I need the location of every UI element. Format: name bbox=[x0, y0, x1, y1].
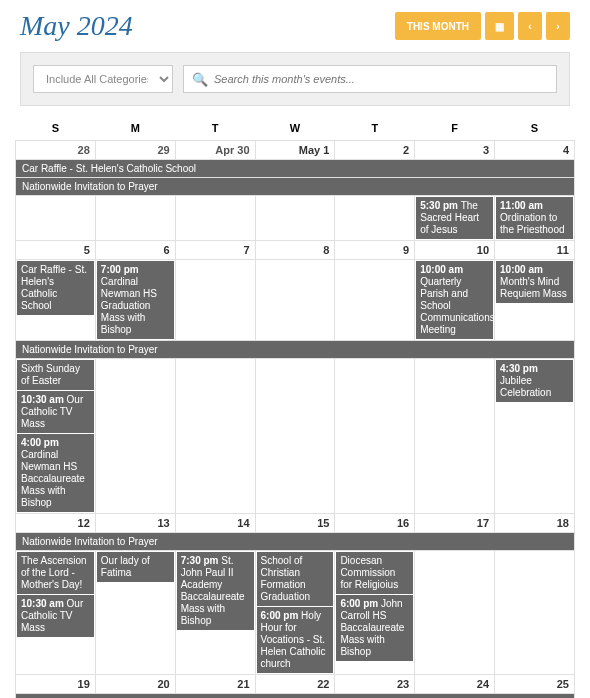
day-number: 6 bbox=[96, 241, 175, 259]
day-cell[interactable]: 14 bbox=[175, 514, 255, 533]
span-cell: Car Raffle - St. Helen's Catholic School bbox=[16, 160, 575, 178]
day-cell[interactable]: 15 bbox=[255, 514, 335, 533]
next-button[interactable]: › bbox=[546, 12, 570, 40]
span-row: Nationwide Invitation to Prayer bbox=[16, 694, 575, 699]
dow-header: T bbox=[175, 116, 255, 141]
events-cell: 10:00 am Quarterly Parish and School Com… bbox=[415, 260, 495, 341]
dow-header: M bbox=[95, 116, 175, 141]
event[interactable]: 10:30 am Our Catholic TV Mass bbox=[17, 391, 94, 433]
day-number: 9 bbox=[335, 241, 414, 259]
category-select[interactable]: Include All Categories bbox=[33, 65, 173, 93]
week-row: 19202122232425 bbox=[16, 675, 575, 694]
span-event[interactable]: Nationwide Invitation to Prayer bbox=[16, 533, 574, 550]
event[interactable]: 11:00 am Ordination to the Priesthood bbox=[496, 197, 573, 239]
day-cell[interactable]: 4 bbox=[495, 141, 575, 160]
event[interactable]: Our lady of Fatima bbox=[97, 552, 174, 582]
events-row: The Ascension of the Lord - Mother's Day… bbox=[16, 551, 575, 675]
event[interactable]: 4:00 pm Cardinal Newman HS Baccalaureate… bbox=[17, 434, 94, 512]
day-number: 13 bbox=[96, 514, 175, 532]
dow-header: F bbox=[415, 116, 495, 141]
events-cell: School of Christian Formation Graduation… bbox=[255, 551, 335, 675]
events-row: Car Raffle - St. Helen's Catholic School… bbox=[16, 260, 575, 341]
events-cell bbox=[335, 260, 415, 341]
event[interactable]: 7:00 pm Cardinal Newman HS Graduation Ma… bbox=[97, 261, 174, 339]
event[interactable]: Diocesan Commission for Religioius bbox=[336, 552, 413, 594]
span-event[interactable]: Nationwide Invitation to Prayer bbox=[16, 178, 574, 195]
day-cell[interactable]: 28 bbox=[16, 141, 96, 160]
event[interactable]: The Ascension of the Lord - Mother's Day… bbox=[17, 552, 94, 594]
event[interactable]: 5:30 pm The Sacred Heart of Jesus bbox=[416, 197, 493, 239]
span-row: Car Raffle - St. Helen's Catholic School bbox=[16, 160, 575, 178]
day-cell[interactable]: 9 bbox=[335, 241, 415, 260]
day-cell[interactable]: 16 bbox=[335, 514, 415, 533]
day-cell[interactable]: 25 bbox=[495, 675, 575, 694]
event[interactable]: School of Christian Formation Graduation bbox=[257, 552, 334, 606]
span-event[interactable]: Car Raffle - St. Helen's Catholic School bbox=[16, 160, 574, 177]
day-cell[interactable]: 22 bbox=[255, 675, 335, 694]
events-cell: Car Raffle - St. Helen's Catholic School bbox=[16, 260, 96, 341]
day-number: 5 bbox=[16, 241, 95, 259]
span-cell: Nationwide Invitation to Prayer bbox=[16, 533, 575, 551]
span-row: Nationwide Invitation to Prayer bbox=[16, 178, 575, 196]
day-cell[interactable]: 12 bbox=[16, 514, 96, 533]
day-cell[interactable]: 18 bbox=[495, 514, 575, 533]
span-event[interactable]: Nationwide Invitation to Prayer bbox=[16, 694, 574, 698]
day-cell[interactable]: 10 bbox=[415, 241, 495, 260]
event[interactable]: Car Raffle - St. Helen's Catholic School bbox=[17, 261, 94, 315]
day-number: 7 bbox=[176, 241, 255, 259]
event[interactable]: 6:00 pm Holy Hour for Vocations - St. He… bbox=[257, 607, 334, 673]
event[interactable]: 6:00 pm John Carroll HS Baccalaureate Ma… bbox=[336, 595, 413, 661]
span-cell: Nationwide Invitation to Prayer bbox=[16, 178, 575, 196]
day-cell[interactable]: 29 bbox=[95, 141, 175, 160]
day-cell[interactable]: 5 bbox=[16, 241, 96, 260]
span-event[interactable]: Nationwide Invitation to Prayer bbox=[16, 341, 574, 358]
event-title: Our lady of Fatima bbox=[101, 555, 150, 578]
day-number: 21 bbox=[176, 675, 255, 693]
event[interactable]: 7:30 pm St. John Paul II Academy Baccala… bbox=[177, 552, 254, 630]
day-cell[interactable]: 21 bbox=[175, 675, 255, 694]
search-input[interactable] bbox=[214, 67, 548, 91]
dow-header: S bbox=[495, 116, 575, 141]
day-cell[interactable]: 8 bbox=[255, 241, 335, 260]
events-cell bbox=[255, 196, 335, 241]
page-title: May 2024 bbox=[20, 10, 133, 42]
event-time: 11:00 am bbox=[500, 200, 543, 211]
day-cell[interactable]: 17 bbox=[415, 514, 495, 533]
day-cell[interactable]: 20 bbox=[95, 675, 175, 694]
calendar-button[interactable]: ▦ bbox=[485, 12, 514, 40]
day-number: 8 bbox=[256, 241, 335, 259]
event[interactable]: 10:30 am Our Catholic TV Mass bbox=[17, 595, 94, 637]
day-cell[interactable]: 7 bbox=[175, 241, 255, 260]
day-number: 20 bbox=[96, 675, 175, 693]
event[interactable]: 10:00 am Month's Mind Requiem Mass bbox=[496, 261, 573, 303]
day-cell[interactable]: 23 bbox=[335, 675, 415, 694]
day-number: 11 bbox=[495, 241, 574, 259]
events-cell bbox=[16, 196, 96, 241]
event-title: Cardinal Newman HS Graduation Mass with … bbox=[101, 276, 157, 335]
day-cell[interactable]: May 1 bbox=[255, 141, 335, 160]
events-cell bbox=[175, 260, 255, 341]
events-cell bbox=[335, 196, 415, 241]
day-number: 14 bbox=[176, 514, 255, 532]
day-cell[interactable]: 6 bbox=[95, 241, 175, 260]
day-cell[interactable]: 3 bbox=[415, 141, 495, 160]
day-number: 10 bbox=[415, 241, 494, 259]
event[interactable]: 4:30 pm Jubilee Celebration bbox=[496, 360, 573, 402]
day-cell[interactable]: 11 bbox=[495, 241, 575, 260]
prev-button[interactable]: ‹ bbox=[518, 12, 542, 40]
day-number: 19 bbox=[16, 675, 95, 693]
day-cell[interactable]: 24 bbox=[415, 675, 495, 694]
event-title: Month's Mind Requiem Mass bbox=[500, 276, 567, 299]
events-cell bbox=[255, 359, 335, 514]
event-time: 10:30 am bbox=[21, 394, 64, 405]
day-cell[interactable]: 13 bbox=[95, 514, 175, 533]
event[interactable]: 10:00 am Quarterly Parish and School Com… bbox=[416, 261, 493, 339]
day-cell[interactable]: Apr 30 bbox=[175, 141, 255, 160]
day-number: 17 bbox=[415, 514, 494, 532]
this-month-button[interactable]: THIS MONTH bbox=[395, 12, 481, 40]
day-cell[interactable]: 2 bbox=[335, 141, 415, 160]
events-cell: 5:30 pm The Sacred Heart of Jesus bbox=[415, 196, 495, 241]
dow-header: T bbox=[335, 116, 415, 141]
event[interactable]: Sixth Sunday of Easter bbox=[17, 360, 94, 390]
day-cell[interactable]: 19 bbox=[16, 675, 96, 694]
